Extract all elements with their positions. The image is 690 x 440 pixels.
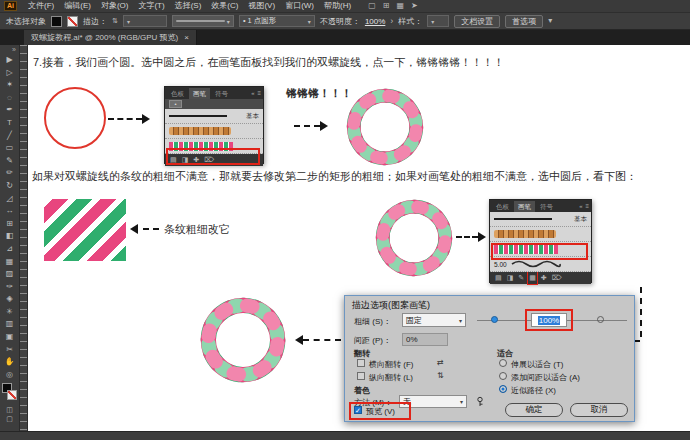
magic-wand-tool-icon[interactable]: ✶ xyxy=(6,79,13,92)
panel-collapse-icon[interactable]: « xyxy=(251,90,254,96)
lasso-tool-icon[interactable]: ◌ xyxy=(7,92,12,105)
rectangle-tool-icon[interactable]: ▭ xyxy=(6,142,14,155)
drawing-mode-icon[interactable]: ◫ xyxy=(6,405,13,414)
fit-approximate-radio[interactable] xyxy=(499,385,507,393)
basic-brush-row[interactable]: 基本 xyxy=(490,212,591,227)
delete-brush-icon[interactable]: ⌦ xyxy=(204,155,214,165)
tab-symbols[interactable]: 符号 xyxy=(536,201,557,212)
column-graph-tool-icon[interactable]: ▥ xyxy=(6,318,14,331)
menu-item[interactable]: 选择(S) xyxy=(170,0,207,12)
perspective-grid-tool-icon[interactable]: ⊿ xyxy=(6,243,13,256)
menu-item[interactable]: 帮助(H) xyxy=(319,0,356,12)
document-tab[interactable]: 双螺旋教程.ai* @ 200% (RGB/GPU 预览) × xyxy=(24,30,197,45)
stroke-weight-stepper[interactable]: ⇅ xyxy=(112,17,118,25)
remove-brush-stroke-icon[interactable]: ✎ xyxy=(518,273,524,283)
menu-item[interactable]: 对象(O) xyxy=(96,0,134,12)
menu-item[interactable]: 编辑(E) xyxy=(59,0,96,12)
panel-collapse-icon[interactable]: « xyxy=(579,203,582,209)
arrange-documents-icon[interactable]: ▢ xyxy=(368,1,376,11)
free-transform-tool-icon[interactable]: ⊞ xyxy=(6,218,13,231)
calligraphic-brush-row[interactable]: 5.00 xyxy=(490,257,591,272)
rotate-tool-icon[interactable]: ↻ xyxy=(6,180,13,193)
brush-libraries-icon[interactable]: ▤ xyxy=(170,155,177,165)
style-select[interactable]: ▾ xyxy=(427,15,449,27)
chain-pattern-brush-row[interactable] xyxy=(490,227,591,242)
tab-swatches[interactable]: 色板 xyxy=(167,88,188,99)
fit-add-space-radio[interactable] xyxy=(499,372,507,380)
pencil-tool-icon[interactable]: ✏ xyxy=(6,167,13,180)
opacity-value[interactable]: 100% xyxy=(365,17,385,26)
spacing-field[interactable]: 0% xyxy=(402,333,448,346)
menu-item[interactable]: 窗口(W) xyxy=(280,0,319,12)
ok-button[interactable]: 确定 xyxy=(505,403,563,417)
scale-type-select[interactable]: 固定 ▾ xyxy=(402,313,466,327)
panel-menu-icon[interactable]: ≡ xyxy=(585,203,589,209)
flip-along-checkbox[interactable] xyxy=(357,359,365,367)
fill-swatch[interactable] xyxy=(51,16,62,27)
brush-libraries-icon[interactable]: ▤ xyxy=(495,273,502,283)
menu-item[interactable]: 视图(V) xyxy=(243,0,280,12)
scale-value-field[interactable]: 100% xyxy=(531,313,567,327)
helix-pattern-brush-row[interactable] xyxy=(165,139,263,154)
tab-brushes[interactable]: 画笔 xyxy=(189,88,210,99)
basic-brush-thumb[interactable]: • xyxy=(169,100,182,108)
tab-symbols[interactable]: 符号 xyxy=(211,88,232,99)
collapse-tools-icon[interactable]: » xyxy=(0,45,19,54)
type-tool-icon[interactable]: T xyxy=(7,117,12,130)
close-tab-icon[interactable]: × xyxy=(184,33,189,42)
tab-brushes[interactable]: 画笔 xyxy=(514,201,535,212)
selection-tool-icon[interactable]: ▶ xyxy=(6,54,12,67)
preferences-button[interactable]: 首选项 xyxy=(505,15,543,28)
stroke-swatch[interactable] xyxy=(67,16,78,27)
opacity-more-icon[interactable]: › xyxy=(390,16,393,26)
scale-slider-marker[interactable] xyxy=(597,316,604,323)
libraries-panel-icon[interactable]: ◨ xyxy=(507,273,514,283)
gradient-tool-icon[interactable]: ▨ xyxy=(6,268,14,281)
scale-tool-icon[interactable]: ◿ xyxy=(6,193,12,206)
libraries-panel-icon[interactable]: ◨ xyxy=(182,155,189,165)
hand-tool-icon[interactable]: ✋ xyxy=(5,356,15,369)
colorize-tips-key-icon[interactable] xyxy=(475,396,485,407)
stroke-weight-select[interactable]: ▾ xyxy=(123,15,167,27)
zoom-tool-icon[interactable]: ◎ xyxy=(6,369,13,382)
stroke-options-icon[interactable]: ▦ xyxy=(529,273,536,283)
new-brush-icon[interactable]: ✚ xyxy=(541,273,547,283)
pen-tool-icon[interactable]: ✒ xyxy=(6,104,13,117)
workspace-switcher-icon[interactable]: ▦ xyxy=(396,1,404,11)
symbol-sprayer-tool-icon[interactable]: ✳ xyxy=(6,306,13,319)
artboard-tool-icon[interactable]: ▣ xyxy=(6,331,14,344)
panel-menu-icon[interactable]: ≡ xyxy=(257,90,261,96)
preview-checkbox[interactable]: ✓ xyxy=(354,406,362,414)
scale-slider-handle[interactable] xyxy=(491,316,498,323)
basic-brush-row[interactable]: 基本 xyxy=(165,109,263,124)
tab-swatches[interactable]: 色板 xyxy=(492,201,513,212)
helix-pattern-brush-row[interactable] xyxy=(490,242,591,257)
width-profile-select[interactable]: ▾ xyxy=(172,15,234,27)
direct-selection-tool-icon[interactable]: ▷ xyxy=(6,67,12,80)
fit-stretch-radio[interactable] xyxy=(499,359,507,367)
paintbrush-tool-icon[interactable]: ✎ xyxy=(6,155,13,168)
menu-item[interactable]: 文件(F) xyxy=(23,0,59,12)
cancel-button[interactable]: 取消 xyxy=(570,403,628,417)
colorize-method-select[interactable]: 无 ▾ xyxy=(399,395,467,408)
new-brush-icon[interactable]: ✚ xyxy=(193,155,199,165)
document-setup-button[interactable]: 文档设置 xyxy=(454,15,500,28)
control-panel-menu-icon[interactable]: ▾ xyxy=(548,16,552,26)
brush-definition-select[interactable]: • 1 点圆形▾ xyxy=(239,15,315,27)
delete-brush-icon[interactable]: ⌦ xyxy=(552,273,562,283)
shape-builder-tool-icon[interactable]: ◧ xyxy=(6,230,14,243)
artboard-canvas[interactable]: 7.接着，我们画个圆。选中圆之后，在画笔面板找到我们的双螺旋线，点一下，锵锵锵锵… xyxy=(28,45,690,431)
share-icon[interactable]: ➤ xyxy=(411,1,418,11)
flip-across-checkbox[interactable] xyxy=(357,372,365,380)
blend-tool-icon[interactable]: ◈ xyxy=(6,293,12,306)
chain-pattern-brush-row[interactable] xyxy=(165,124,263,139)
app-logo-icon[interactable]: Ai xyxy=(4,1,17,11)
menu-item[interactable]: 文字(T) xyxy=(133,0,169,12)
eyedropper-tool-icon[interactable]: ✑ xyxy=(6,281,13,294)
width-tool-icon[interactable]: ↔ xyxy=(5,205,13,218)
stroke-color-swatch[interactable] xyxy=(7,390,17,400)
slice-tool-icon[interactable]: ✂ xyxy=(6,344,13,357)
screen-mode-icon[interactable]: ▢ xyxy=(6,414,13,423)
menu-item[interactable]: 效果(C) xyxy=(206,0,243,12)
mesh-tool-icon[interactable]: ▦ xyxy=(6,256,14,269)
